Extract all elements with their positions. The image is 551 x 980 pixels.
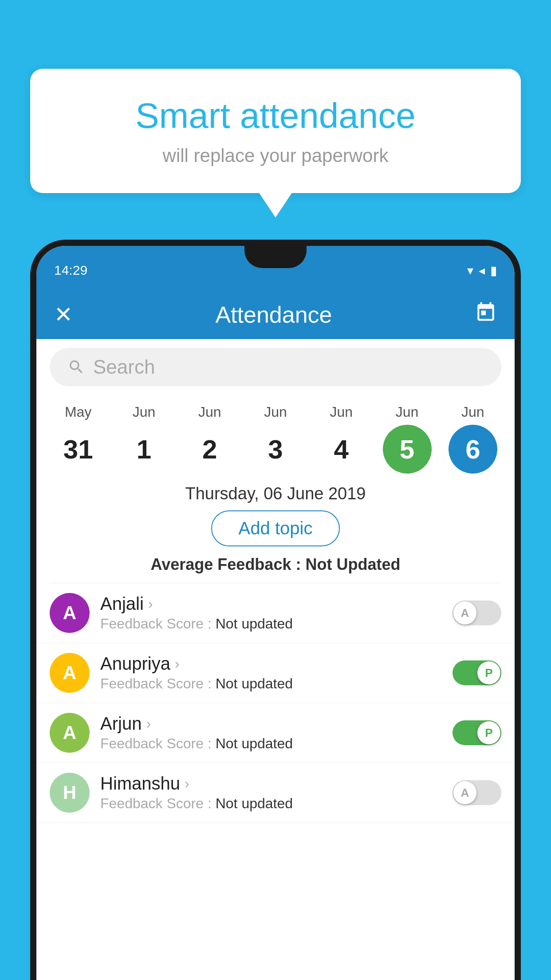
calendar-icon[interactable]: [475, 301, 497, 328]
toggle-knob: A: [453, 601, 476, 624]
date-day[interactable]: 31: [54, 425, 102, 474]
avatar: A: [50, 713, 90, 753]
avatar: A: [50, 653, 90, 693]
page-background: Smart attendance will replace your paper…: [0, 0, 551, 980]
date-col[interactable]: Jun2: [183, 404, 236, 474]
date-month: Jun: [133, 404, 156, 420]
date-col[interactable]: Jun6: [446, 404, 500, 474]
student-list: AAnjali ›Feedback Score : Not updatedAAA…: [36, 583, 515, 823]
app-title: Attendance: [215, 301, 332, 328]
bubble-subtitle: will replace your paperwork: [66, 145, 485, 166]
date-month: Jun: [330, 404, 353, 420]
student-info: Arjun ›Feedback Score : Not updated: [100, 714, 442, 752]
date-col[interactable]: May31: [51, 404, 105, 474]
date-month: Jun: [198, 404, 221, 420]
student-row[interactable]: AAnupriya ›Feedback Score : Not updatedP: [36, 643, 515, 703]
battery-icon: ▮: [490, 263, 497, 278]
student-name: Arjun ›: [100, 714, 442, 734]
student-info: Himanshu ›Feedback Score : Not updated: [100, 774, 442, 812]
date-day[interactable]: 4: [317, 425, 366, 474]
date-col[interactable]: Jun3: [249, 404, 302, 474]
status-icons: ▾ ◂ ▮: [467, 263, 497, 278]
date-month: Jun: [396, 404, 419, 420]
student-row[interactable]: AArjun ›Feedback Score : Not updatedP: [36, 703, 515, 763]
student-info: Anjali ›Feedback Score : Not updated: [100, 594, 442, 632]
student-info: Anupriya ›Feedback Score : Not updated: [100, 654, 442, 692]
chevron-icon: ›: [146, 715, 151, 732]
student-row[interactable]: AAnjali ›Feedback Score : Not updatedA: [36, 583, 515, 643]
student-feedback: Feedback Score : Not updated: [100, 795, 442, 812]
status-time: 14:29: [54, 263, 87, 278]
selected-date-label: Thursday, 06 June 2019: [36, 484, 515, 503]
attendance-toggle[interactable]: A: [453, 780, 501, 805]
attendance-toggle[interactable]: P: [453, 720, 501, 745]
student-row[interactable]: HHimanshu ›Feedback Score : Not updatedA: [36, 763, 515, 823]
date-strip: May31Jun1Jun2Jun3Jun4Jun5Jun6: [36, 395, 515, 474]
search-bar[interactable]: Search: [50, 348, 501, 386]
date-day[interactable]: 2: [185, 425, 234, 474]
date-month: May: [65, 404, 91, 420]
bubble-title: Smart attendance: [66, 95, 485, 136]
student-feedback: Feedback Score : Not updated: [100, 676, 442, 692]
signal-icon: ◂: [479, 263, 485, 278]
date-month: Jun: [461, 404, 484, 420]
date-col[interactable]: Jun1: [117, 404, 170, 474]
attendance-toggle[interactable]: A: [453, 601, 501, 625]
phone-inner: 14:29 ▾ ◂ ▮ ✕ Attendance: [36, 246, 515, 980]
app-header: ✕ Attendance: [36, 290, 515, 339]
avatar: A: [50, 593, 90, 633]
chevron-icon: ›: [175, 656, 180, 672]
date-col[interactable]: Jun5: [381, 404, 434, 474]
add-topic-button[interactable]: Add topic: [211, 510, 340, 546]
search-icon: [67, 358, 85, 376]
attendance-toggle[interactable]: P: [453, 660, 501, 685]
avatar: H: [50, 773, 90, 813]
toggle-knob: A: [453, 781, 476, 804]
close-button[interactable]: ✕: [54, 302, 73, 328]
student-name: Anjali ›: [100, 594, 442, 614]
date-day[interactable]: 3: [251, 425, 300, 474]
notch: [244, 246, 307, 268]
avg-feedback: Average Feedback : Not Updated: [36, 555, 515, 574]
student-name: Himanshu ›: [100, 774, 442, 794]
student-name: Anupriya ›: [100, 654, 442, 674]
status-bar: 14:29 ▾ ◂ ▮: [36, 246, 515, 290]
chevron-icon: ›: [185, 775, 189, 792]
date-day[interactable]: 5: [383, 425, 432, 474]
date-month: Jun: [264, 404, 287, 420]
chevron-icon: ›: [148, 596, 153, 612]
wifi-icon: ▾: [467, 263, 473, 278]
speech-bubble-container: Smart attendance will replace your paper…: [30, 69, 521, 193]
date-col[interactable]: Jun4: [315, 404, 368, 474]
speech-bubble: Smart attendance will replace your paper…: [30, 69, 521, 193]
phone-frame: 14:29 ▾ ◂ ▮ ✕ Attendance: [30, 240, 521, 980]
date-day[interactable]: 1: [119, 425, 168, 474]
toggle-knob: P: [477, 661, 500, 684]
search-input[interactable]: Search: [93, 356, 484, 378]
student-feedback: Feedback Score : Not updated: [100, 616, 442, 632]
toggle-knob: P: [477, 721, 500, 744]
date-day[interactable]: 6: [449, 425, 497, 474]
student-feedback: Feedback Score : Not updated: [100, 735, 442, 752]
